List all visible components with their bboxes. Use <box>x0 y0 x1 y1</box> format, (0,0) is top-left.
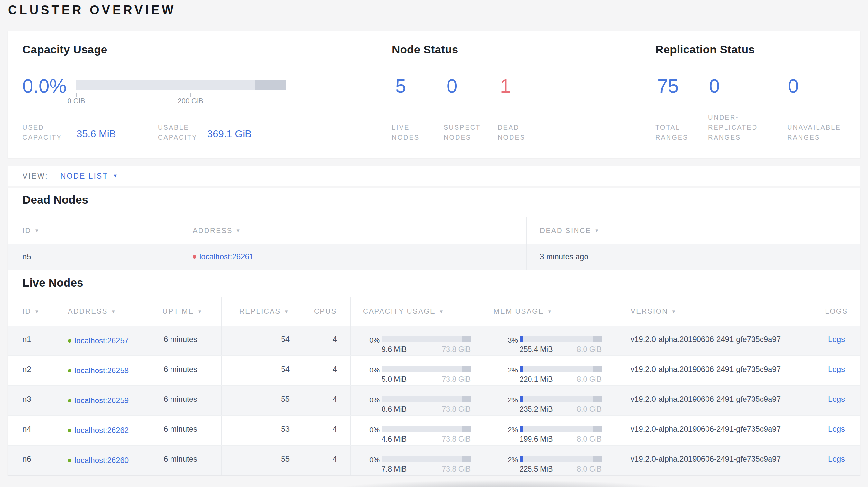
live-node-row: n6 localhost:26260 6 minutes 55 4 0% <box>8 446 860 475</box>
capacity-usage-cell: 0% 8.6 MiB 73.8 GiB <box>351 386 481 415</box>
capacity-usage-bar <box>381 456 471 462</box>
cpus-cell: 4 <box>302 386 351 415</box>
capacity-usage-cell: 0% 7.8 MiB 73.8 GiB <box>351 446 481 475</box>
dead-since-cell: 3 minutes ago <box>527 244 860 269</box>
column-header-capacity-usage[interactable]: CAPACITY USAGE▼ <box>351 297 481 326</box>
capacity-total-value: 73.8 GiB <box>442 435 471 444</box>
version-cell: v19.2.0-alpha.20190606-2491-gfe735c9a97 <box>613 356 813 385</box>
sort-caret-icon: ▼ <box>34 309 40 314</box>
logs-link[interactable]: Logs <box>828 335 845 344</box>
mem-used-value: 235.2 MiB <box>520 405 553 414</box>
mem-usage-cell: 2% 220.1 MiB 8.0 GiB <box>481 356 613 385</box>
view-dropdown-value: NODE LIST <box>60 172 108 181</box>
version-cell: v19.2.0-alpha.20190606-2491-gfe735c9a97 <box>613 386 813 415</box>
capacity-usage-bar <box>381 336 471 342</box>
mem-total-value: 8.0 GiB <box>577 375 601 384</box>
column-header-dead-since[interactable]: DEAD SINCE▼ <box>527 218 860 244</box>
capacity-total-value: 73.8 GiB <box>442 405 471 414</box>
mem-used-value: 220.1 MiB <box>520 375 553 384</box>
node-address-link[interactable]: localhost:26260 <box>75 456 129 465</box>
mem-bar-fill <box>520 336 523 342</box>
mem-used-value: 225.5 MiB <box>520 465 553 474</box>
axis-tick-label: 0 GiB <box>59 97 94 105</box>
logs-cell: Logs <box>813 386 860 415</box>
uptime-cell: 6 minutes <box>151 446 222 475</box>
node-id-cell: n3 <box>8 386 56 415</box>
replicas-cell: 54 <box>222 356 302 385</box>
node-id-cell: n5 <box>8 244 180 269</box>
suspect-nodes-count: 0 <box>446 76 457 96</box>
logs-cell: Logs <box>813 446 860 475</box>
view-dropdown[interactable]: NODE LIST ▼ <box>60 172 119 181</box>
column-header-address[interactable]: ADDRESS▼ <box>180 218 527 244</box>
axis-tick-label: 200 GiB <box>173 97 208 105</box>
capacity-percent-label: 0% <box>351 456 380 464</box>
node-address-link[interactable]: localhost:26258 <box>75 366 129 375</box>
mem-percent-label: 3% <box>481 336 518 345</box>
logs-link[interactable]: Logs <box>828 395 845 403</box>
capacity-usage-bar <box>76 80 286 90</box>
cpus-cell: 4 <box>302 326 351 355</box>
replicas-cell: 54 <box>222 326 302 355</box>
mem-usage-bar <box>520 366 601 372</box>
column-header-uptime[interactable]: UPTIME▼ <box>151 297 222 326</box>
usable-capacity-label: USABLE CAPACITY <box>158 123 197 142</box>
node-address-link[interactable]: localhost:26262 <box>75 426 129 435</box>
logs-link[interactable]: Logs <box>828 455 845 463</box>
sort-caret-icon: ▼ <box>236 228 241 233</box>
nodes-card: Dead Nodes ID▼ ADDRESS▼ DEAD SINCE▼ n5 <box>8 188 860 476</box>
mem-usage-cell: 3% 255.4 MiB 8.0 GiB <box>481 326 613 355</box>
dead-nodes-table-header: ID▼ ADDRESS▼ DEAD SINCE▼ <box>8 217 860 244</box>
logs-link[interactable]: Logs <box>828 365 845 374</box>
replicas-cell: 55 <box>222 446 302 475</box>
mem-usage-cell: 2% 199.6 MiB 8.0 GiB <box>481 416 613 445</box>
node-id-cell: n4 <box>8 416 56 445</box>
mem-usage-bar <box>520 456 601 462</box>
node-address-link[interactable]: localhost:26259 <box>75 396 129 405</box>
chevron-down-icon: ▼ <box>113 173 119 178</box>
logs-link[interactable]: Logs <box>828 425 845 433</box>
column-header-version[interactable]: VERSION▼ <box>613 297 813 326</box>
replicas-cell: 53 <box>222 416 302 445</box>
dead-nodes-count: 1 <box>500 76 510 96</box>
capacity-usage-cell: 0% 5.0 MiB 73.8 GiB <box>351 356 481 385</box>
node-address-link[interactable]: localhost:26261 <box>199 252 253 261</box>
dead-nodes-section-title: Dead Nodes <box>23 193 88 206</box>
live-nodes-table-header: ID▼ ADDRESS▼ UPTIME▼ REPLICAS▼ CPUS CAPA… <box>8 297 860 326</box>
under-replicated-ranges-label: UNDER- REPLICATED RANGES <box>708 112 758 142</box>
view-label: VIEW: <box>23 172 48 181</box>
capacity-used-value: 7.8 MiB <box>381 465 407 474</box>
used-capacity-label: USED CAPACITY <box>23 123 62 142</box>
mem-percent-label: 2% <box>481 396 518 404</box>
usable-capacity-value: 369.1 GiB <box>207 128 252 140</box>
node-address-link[interactable]: localhost:26257 <box>75 336 129 345</box>
mem-usage-bar <box>520 426 601 432</box>
column-header-mem-usage[interactable]: MEM USAGE▼ <box>481 297 613 326</box>
unavailable-ranges-label: UNAVAILABLE RANGES <box>787 123 841 142</box>
dead-nodes-table: ID▼ ADDRESS▼ DEAD SINCE▼ n5 localhost:26 <box>8 217 860 269</box>
capacity-percent-label: 0% <box>351 396 380 404</box>
sort-caret-icon: ▼ <box>34 228 40 233</box>
column-header-id[interactable]: ID▼ <box>8 297 56 326</box>
column-header-replicas[interactable]: REPLICAS▼ <box>222 297 302 326</box>
replicas-cell: 55 <box>222 386 302 415</box>
version-cell: v19.2.0-alpha.20190606-2491-gfe735c9a97 <box>613 416 813 445</box>
node-id-cell: n6 <box>8 446 56 475</box>
mem-percent-label: 2% <box>481 456 518 464</box>
suspect-nodes-label: SUSPECT NODES <box>444 123 480 142</box>
uptime-cell: 6 minutes <box>151 326 222 355</box>
capacity-bar-reserved-segment <box>255 80 286 90</box>
node-address-cell: localhost:26258 <box>56 356 151 385</box>
sort-caret-icon: ▼ <box>111 309 117 314</box>
node-address-cell: localhost:26260 <box>56 446 151 475</box>
node-status-title: Node Status <box>392 43 458 56</box>
mem-used-value: 199.6 MiB <box>520 435 553 444</box>
mem-total-value: 8.0 GiB <box>577 435 601 444</box>
column-header-id[interactable]: ID▼ <box>8 218 180 244</box>
column-header-address[interactable]: ADDRESS▼ <box>56 297 151 326</box>
logs-cell: Logs <box>813 326 860 355</box>
dead-nodes-label: DEAD NODES <box>498 123 525 142</box>
live-node-row: n2 localhost:26258 6 minutes 54 4 0% <box>8 356 860 386</box>
capacity-percent-label: 0% <box>351 426 380 434</box>
capacity-usage-cell: 0% 9.6 MiB 73.8 GiB <box>351 326 481 355</box>
